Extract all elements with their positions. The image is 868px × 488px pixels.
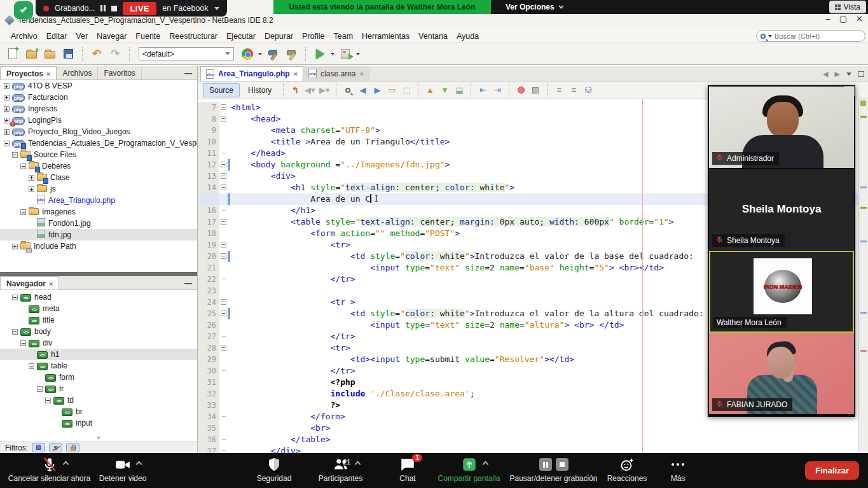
fold-column[interactable] [219,182,230,193]
fold-collapse-icon[interactable] [221,345,226,351]
fold-column[interactable] [219,251,230,262]
tabs-scroll-left-icon[interactable]: ◀ [823,70,828,78]
video-tile[interactable]: IRON MAIDENWalther Mora León [709,251,854,333]
video-tile[interactable]: Sheila MontoyaSheila Montoya [709,169,854,251]
chevron-up-icon[interactable] [62,461,69,468]
tree-item[interactable]: phpTendencias_Actuales_De_Programacion_V… [0,137,197,149]
stripe-mark[interactable] [860,312,867,314]
fold-column[interactable] [219,422,230,434]
fold-column[interactable] [219,148,230,159]
tree-item[interactable]: Imagenes [0,206,197,218]
close-icon[interactable]: × [360,70,364,78]
chevron-up-icon[interactable] [482,461,488,468]
collapse-icon[interactable] [12,295,18,300]
fold-column[interactable] [219,159,230,171]
fold-column[interactable] [219,388,230,400]
navigator-minimize-button[interactable]: — [184,279,192,288]
fold-column[interactable] [219,228,230,239]
filter-nonpublic-button[interactable] [66,443,79,452]
fold-column[interactable] [219,331,230,342]
browser-dropdown-icon[interactable] [258,53,262,55]
fold-column[interactable] [219,365,230,377]
fold-column[interactable] [219,400,230,411]
error-stripe[interactable] [858,99,868,453]
live-dropdown-icon[interactable] [214,7,219,10]
share-button[interactable]: Compartir pantalla [432,456,506,483]
forward-icon[interactable]: ▶▾ [318,84,331,97]
editor-tab[interactable]: clase.area× [303,66,369,81]
tree-item[interactable]: php4TO B VESP [0,80,197,92]
tree-item[interactable]: <>td [0,394,197,406]
code-line[interactable]: 36 </table> [198,434,858,445]
tree-item[interactable]: <>h1 [0,349,197,360]
video-tile[interactable]: FABIAN JURADO [709,333,854,415]
fold-collapse-icon[interactable] [221,104,226,110]
pause-recording-button[interactable] [539,458,552,471]
debug-dropdown-icon[interactable] [356,53,360,55]
tree-item[interactable]: Clase [0,172,197,183]
fold-column[interactable] [219,445,230,453]
fold-collapse-icon[interactable] [221,253,226,259]
collapse-icon[interactable] [20,340,26,346]
fold-column[interactable] [219,136,230,148]
more-button[interactable]: Más [661,456,694,483]
filter-static-button[interactable]: S [49,443,62,452]
tree-item[interactable]: Deberes [0,160,197,172]
menu-ver[interactable]: Ver [71,31,92,42]
fold-column[interactable] [219,434,230,445]
run-button[interactable] [312,46,327,62]
fold-column[interactable] [219,216,230,228]
source-view-button[interactable]: Source [203,83,240,97]
minimize-button[interactable]: – [826,14,830,24]
fold-collapse-icon[interactable] [221,116,226,122]
tabs-list-icon[interactable] [846,73,851,76]
scroll-hint-icon[interactable]: ▼ [0,436,197,442]
tree-item[interactable]: phpFacturacion [0,92,197,103]
next-bookmark-icon[interactable]: ▼ [438,84,451,97]
config-combobox[interactable]: <default> [139,47,234,60]
stripe-mark[interactable] [860,101,866,106]
tree-item[interactable]: <>meta [0,303,197,314]
debug-button[interactable] [338,46,353,62]
stripe-mark[interactable] [860,116,867,118]
tree-item[interactable]: <>body [0,326,197,337]
close-icon[interactable]: × [294,70,298,78]
projects-minimize-button[interactable]: — [184,69,192,78]
tree-item[interactable]: <>head [0,291,197,303]
memory-icon[interactable]: ⛁ [582,84,595,97]
fold-column[interactable] [219,319,230,331]
fold-collapse-icon[interactable] [221,219,226,225]
menu-ayuda[interactable]: Ayuda [452,31,483,42]
fold-column[interactable] [219,411,230,422]
pause-recording-icon[interactable] [100,5,106,11]
fold-column[interactable] [219,354,230,365]
editor-tab[interactable]: Area_Triangulo.php× [200,66,303,81]
mute-button[interactable]: Cancelar silenciar ahora [6,456,92,483]
uncomment-icon[interactable]: ≡ [567,84,580,97]
new-file-button[interactable] [5,46,20,62]
clean-build-button[interactable] [284,46,299,62]
menu-herramientas[interactable]: Herramientas [357,31,414,42]
fold-column[interactable] [219,377,230,388]
menu-archivo[interactable]: Archivo [6,31,42,42]
menu-editar[interactable]: Editar [42,31,72,42]
fold-collapse-icon[interactable] [221,173,226,179]
fold-column[interactable] [219,239,230,251]
find-previous-icon[interactable]: ◀ [356,84,369,97]
close-icon[interactable]: × [46,70,50,78]
tree-item[interactable]: phpIngresos [0,103,197,115]
browser-chrome-icon[interactable] [240,46,255,62]
menu-reestructurar[interactable]: Reestructurar [165,31,222,42]
fold-column[interactable] [219,342,230,354]
filter-fields-button[interactable] [32,443,45,452]
security-button[interactable]: Seguridad [252,456,296,483]
rectangular-selection-icon[interactable]: ⬚ [400,84,413,97]
expand-icon[interactable] [4,129,10,135]
fold-collapse-icon[interactable] [221,310,226,316]
menu-profile[interactable]: Profile [298,31,329,42]
fold-collapse-icon[interactable] [221,162,226,167]
history-view-button[interactable]: History [242,83,278,97]
menu-ventana[interactable]: Ventana [414,31,452,42]
new-project-button[interactable] [24,46,39,62]
stop-macro-icon[interactable] [529,84,542,97]
